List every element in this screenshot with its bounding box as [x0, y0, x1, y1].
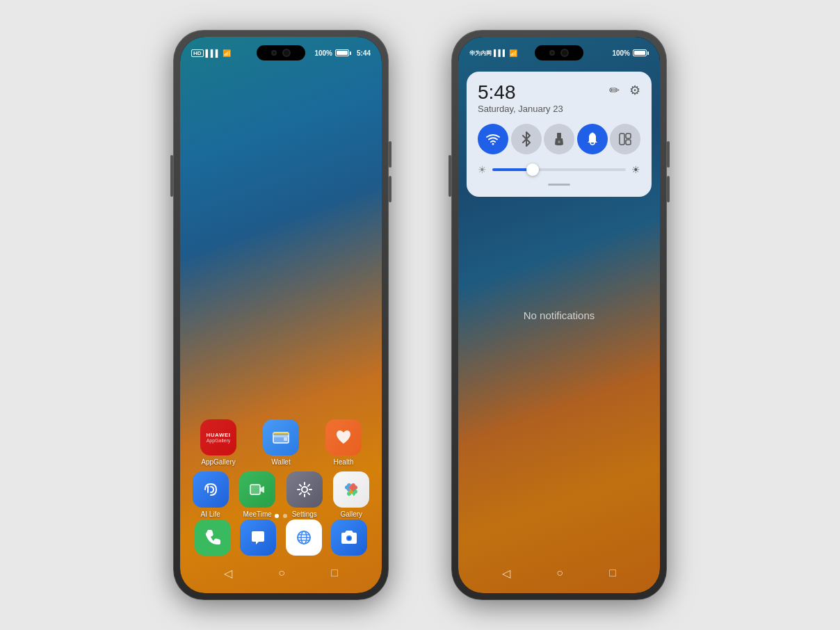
back-button[interactable]: ◁ [224, 567, 232, 580]
quick-toggles [478, 124, 640, 154]
signal-icon-2: ▌▌▌ [494, 49, 507, 56]
battery-icon-2 [633, 49, 649, 56]
status-right-2: 100% [612, 49, 649, 57]
edit-button[interactable]: ✏ [609, 83, 620, 98]
power-button-2[interactable] [449, 155, 451, 197]
svg-rect-2 [284, 437, 287, 441]
notif-date: Saturday, January 23 [478, 104, 563, 114]
dock-browser[interactable] [286, 519, 322, 556]
app-appgallery[interactable]: HUAWEI AppGallery AppGallery [196, 419, 241, 466]
app-row-1: HUAWEI AppGallery AppGallery [187, 419, 375, 466]
wifi-toggle[interactable] [478, 124, 508, 154]
svg-point-6 [302, 487, 307, 492]
wifi-icon: 📶 [223, 49, 231, 57]
app-meetime[interactable]: MeeTime [235, 471, 280, 518]
battery-percent: 100% [314, 49, 332, 57]
volume-down-button[interactable] [389, 176, 391, 202]
home-button[interactable]: ○ [278, 567, 285, 579]
settings-button[interactable]: ⚙ [629, 83, 640, 98]
home-button-2[interactable]: ○ [556, 567, 563, 579]
app-gallery[interactable]: Gallery [329, 471, 374, 518]
notification-panel: 5:48 Saturday, January 23 ✏ ⚙ [467, 72, 652, 197]
dock-phone[interactable] [195, 519, 231, 556]
ailife-label: AI Life [201, 510, 220, 518]
bluetooth-toggle[interactable] [511, 124, 542, 154]
app-row-2: AI Life MeeTime [187, 471, 375, 518]
recent-button[interactable]: □ [331, 567, 338, 579]
gallery-label: Gallery [340, 510, 362, 518]
status-right: 100% 5:44 [314, 49, 371, 57]
brightness-track[interactable] [492, 168, 626, 171]
signal-icon: ▌▌▌ [206, 49, 220, 57]
page-dot-1 [275, 514, 279, 518]
gallery-icon[interactable] [333, 471, 369, 508]
settings-icon[interactable] [286, 471, 323, 508]
camera-lens-1 [271, 50, 277, 56]
back-button-2[interactable]: ◁ [502, 567, 510, 580]
cn-network: 华为内网 [469, 49, 492, 57]
camera-lens-4 [560, 49, 569, 57]
volume-up-button[interactable] [389, 141, 391, 168]
notif-header: 5:48 Saturday, January 23 ✏ ⚙ [478, 83, 640, 114]
app-settings[interactable]: Settings [282, 471, 327, 518]
battery-percent-2: 100% [612, 49, 630, 57]
camera-cutout-2 [535, 45, 583, 60]
brightness-row: ☀ ☀ [478, 164, 640, 175]
volume-down-button-2[interactable] [667, 176, 670, 202]
meetime-icon[interactable] [239, 471, 275, 508]
dock-camera[interactable] [331, 519, 367, 556]
meetime-label: MeeTime [243, 510, 272, 518]
ailife-icon[interactable] [193, 471, 229, 508]
time-display: 5:44 [357, 49, 371, 57]
svg-rect-17 [620, 134, 624, 145]
dock-messages[interactable] [240, 519, 276, 556]
nav-bar-2: ◁ ○ □ [458, 558, 660, 593]
volume-up-button-2[interactable] [667, 141, 670, 168]
health-label: Health [334, 458, 354, 466]
app-ailife[interactable]: AI Life [188, 471, 233, 518]
brightness-max-icon: ☀ [631, 164, 640, 175]
dock [180, 519, 382, 556]
app-health[interactable]: Health [321, 419, 366, 466]
page-dot-2 [283, 514, 287, 518]
wallet-label: Wallet [271, 458, 290, 466]
svg-rect-18 [626, 134, 631, 138]
camera-cutout [257, 45, 305, 60]
brightness-thumb[interactable] [526, 163, 539, 176]
power-button[interactable] [170, 155, 173, 197]
nav-bar: ◁ ○ □ [180, 558, 382, 593]
wallet-icon[interactable] [263, 419, 299, 455]
camera-lens-3 [549, 50, 555, 56]
camera-lens-2 [282, 49, 291, 57]
app-grid: HUAWEI AppGallery AppGallery [180, 419, 382, 524]
svg-rect-1 [273, 435, 289, 437]
home-screen: HD ▌▌▌ 📶 100% 5:44 [180, 37, 382, 593]
phone-1: HD ▌▌▌ 📶 100% 5:44 [173, 30, 389, 600]
flashlight-toggle[interactable] [544, 124, 574, 154]
notif-time: 5:48 [478, 83, 563, 102]
settings-label: Settings [292, 510, 317, 518]
svg-point-5 [207, 486, 209, 488]
status-left: HD ▌▌▌ 📶 [191, 49, 231, 57]
status-left-2: 华为内网 ▌▌▌ 📶 [469, 49, 517, 57]
app-wallet[interactable]: Wallet [259, 419, 304, 466]
wifi-icon-2: 📶 [509, 49, 517, 57]
brightness-min-icon: ☀ [478, 164, 487, 175]
health-icon[interactable] [325, 419, 362, 455]
notification-screen: 华为内网 ▌▌▌ 📶 100% 5:48 Saturda [458, 37, 660, 593]
svg-point-14 [492, 143, 494, 145]
appgallery-label: AppGallery [201, 458, 235, 466]
time-date-block: 5:48 Saturday, January 23 [478, 83, 563, 114]
svg-rect-19 [626, 140, 631, 145]
svg-point-13 [348, 537, 351, 540]
appgallery-icon[interactable]: HUAWEI AppGallery [200, 419, 236, 455]
phone-2: 华为内网 ▌▌▌ 📶 100% 5:48 Saturda [451, 30, 667, 600]
notification-toggle[interactable] [577, 124, 608, 154]
page-dots [275, 514, 287, 518]
notif-actions: ✏ ⚙ [609, 83, 640, 98]
recent-button-2[interactable]: □ [609, 567, 616, 579]
battery-icon [335, 49, 351, 56]
sidebar-toggle[interactable] [610, 124, 640, 154]
hd-indicator: HD [191, 49, 204, 57]
no-notifications: No notifications [524, 309, 595, 321]
